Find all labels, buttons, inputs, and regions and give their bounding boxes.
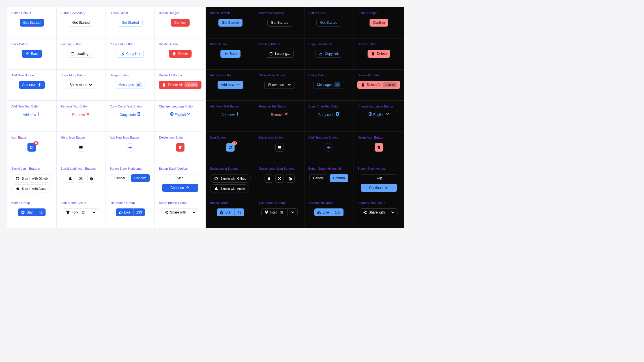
menu-icon-button[interactable] [77,143,85,152]
like-count-button[interactable]: 133 [332,208,344,216]
fork-dropdown-button[interactable] [89,208,99,216]
like-button[interactable]: Like [116,208,133,216]
cell-title: Add New Text Button [11,105,52,108]
cell-title: Icon Button [11,136,52,139]
cell-title: Show More Button [61,74,102,77]
get-started-button[interactable]: Get Started [316,19,341,27]
delete-all-button[interactable]: Delete All24 items [357,81,400,89]
copy-link-button[interactable]: Copy link [117,50,144,58]
get-started-button[interactable]: Get Started [267,19,292,27]
apple-login-button[interactable]: Sign in with Apple [210,184,249,193]
apple-icon-button[interactable] [265,174,273,183]
like-count-button[interactable]: 133 [133,208,145,216]
show-more-button[interactable]: Show more [264,81,295,89]
ui-showcase: Button DefaultGet Started Button Seconda… [7,7,637,228]
cell-title: Remove Text Button [61,105,102,108]
continue-button[interactable]: Continue [361,184,397,192]
star-count-button[interactable]: 42 [36,208,45,216]
cell-title: Add New Text Button [210,105,251,108]
cell-title: Copy Code Text Button [110,105,151,108]
delete-button[interactable]: Delete [368,50,390,58]
share-button[interactable]: Share with [161,208,189,216]
confirm-button[interactable]: Confirm [370,19,388,27]
back-button[interactable]: Back [220,50,241,58]
add-new-text-button[interactable]: Add new [22,112,42,117]
messages-button[interactable]: Messages98 [314,81,344,89]
delete-icon-button[interactable] [176,143,184,152]
add-new-button[interactable]: Add new [218,81,244,89]
star-button[interactable]: Star [217,208,234,216]
remove-text-button[interactable]: Remove [71,112,91,117]
message-icon-button[interactable]: 12 [226,143,235,152]
get-started-button[interactable]: Get Started [20,19,44,27]
delete-button[interactable]: Delete [169,50,192,58]
cancel-button[interactable]: Cancel [111,174,128,182]
github-login-button[interactable]: Sign in with Github [210,174,251,183]
fork-button[interactable]: Fork32 [261,208,288,216]
like-button[interactable]: Like [314,208,332,216]
share-dropdown-button[interactable] [388,208,398,216]
google-icon-button[interactable] [286,174,295,183]
menu-icon-button[interactable] [275,143,284,152]
x-icon-button[interactable] [275,174,284,183]
copy-code-text-button[interactable]: Copy code [317,112,341,117]
cell-title: Copy Link Button [110,42,151,46]
share-button[interactable]: Share with [360,208,388,216]
add-new-text-button[interactable]: Add new [220,112,241,117]
loading-button[interactable]: Loading... [67,50,95,58]
get-started-button[interactable]: Get Started [218,19,242,27]
messages-button[interactable]: Messages98 [115,81,146,89]
cell-title: Button Stack Vertical [159,167,201,170]
x-icon-button[interactable] [77,174,85,183]
apple-icon-button[interactable] [66,174,74,183]
confirm-button[interactable]: Confirm [131,174,150,182]
skip-button[interactable]: Skip [162,174,198,182]
github-login-button[interactable]: Sign in with Github [11,174,52,183]
notification-badge: 12 [232,141,237,145]
copy-code-text-button[interactable]: Copy code [119,112,142,117]
x-icon [284,112,288,116]
delete-all-button[interactable]: Delete All24 items [159,81,201,89]
add-icon-button[interactable] [126,143,134,152]
cancel-button[interactable]: Cancel [309,174,327,182]
share-dropdown-button[interactable] [189,208,199,216]
plus-icon [235,112,239,116]
get-started-button[interactable]: Get Started [69,19,93,27]
apple-login-button[interactable]: Sign in with Apple [11,184,51,193]
like-icon [317,210,321,214]
add-new-button[interactable]: Add new [19,81,45,89]
continue-button[interactable]: Continue [162,184,198,192]
spinner-icon [71,52,74,56]
message-icon [30,145,34,149]
spinner-icon [269,52,273,56]
cell-title: Delete Button [159,42,201,46]
show-more-button[interactable]: Show more [66,81,96,89]
cell-title: Add New Button [11,74,52,77]
message-icon-button[interactable]: 12 [27,143,36,152]
google-icon-button[interactable] [87,174,96,183]
fork-dropdown-button[interactable] [287,208,298,216]
star-count-button[interactable]: 42 [234,208,244,216]
confirm-button[interactable]: Confirm [330,174,348,182]
add-icon-button[interactable] [325,143,333,152]
plus-icon [37,83,41,87]
globe-icon [368,112,372,116]
language-text-button[interactable]: English [169,112,192,117]
loading-button[interactable]: Loading... [266,50,294,58]
confirm-button[interactable]: Confirm [171,19,190,27]
share-button-group: Share with [161,208,199,216]
remove-text-button[interactable]: Remove [270,112,289,117]
get-started-button[interactable]: Get Started [118,19,142,27]
copy-link-button[interactable]: Copy link [315,50,342,58]
delete-icon-button[interactable] [375,143,383,152]
copy-icon [137,112,141,116]
trash-icon [172,52,176,56]
back-button[interactable]: Back [22,50,42,58]
fork-button[interactable]: Fork32 [63,208,89,216]
count-badge: 98 [136,82,142,87]
cell-title: Button Stack Horizontal [308,167,349,170]
skip-button[interactable]: Skip [361,174,397,182]
plus-icon [128,145,132,149]
star-button[interactable]: Star [18,208,36,216]
language-text-button[interactable]: English [367,112,390,117]
